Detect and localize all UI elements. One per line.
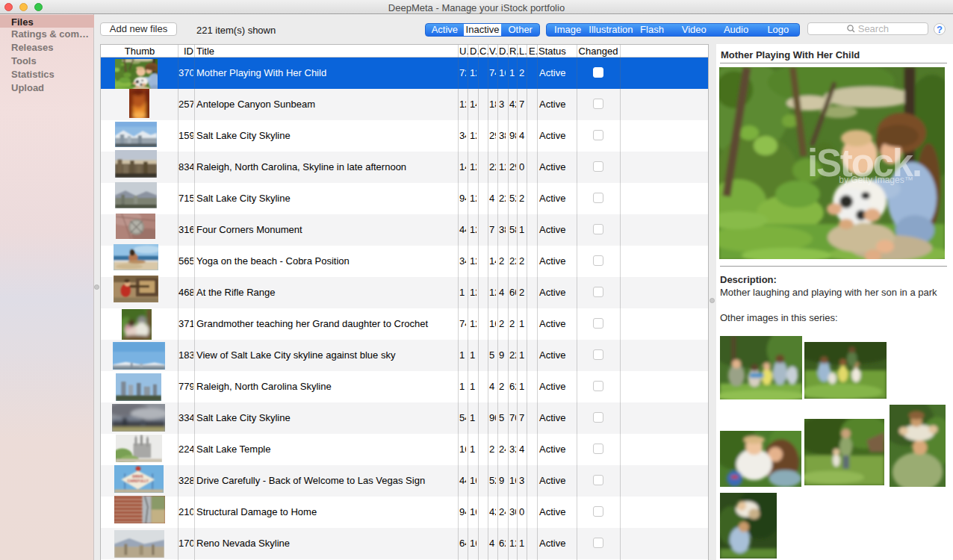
svg-text:by Getty Images™: by Getty Images™ (839, 175, 913, 185)
svg-text:DRIVE: DRIVE (132, 475, 143, 479)
svg-text:CAREFULLY: CAREFULLY (127, 479, 149, 483)
